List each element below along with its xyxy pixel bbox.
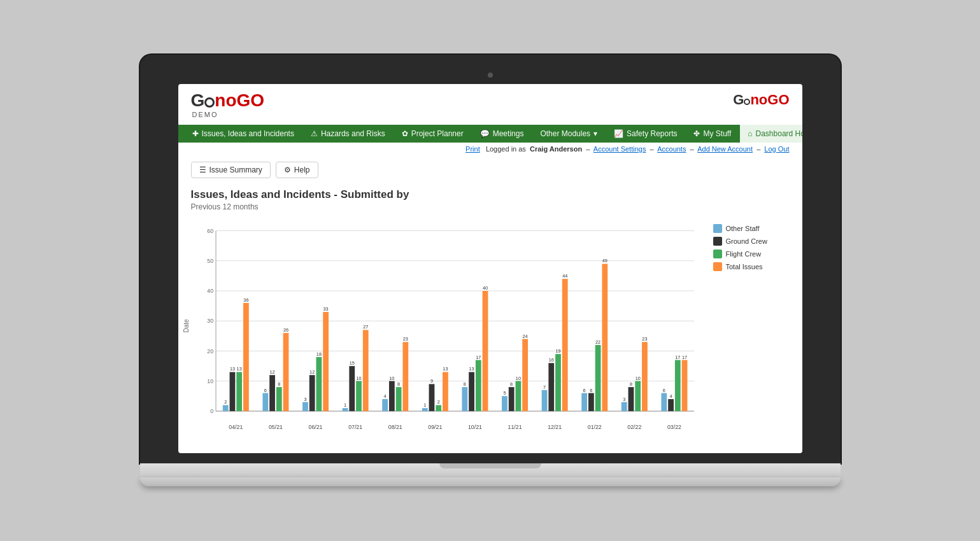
print-link[interactable]: Print: [465, 145, 480, 153]
laptop-base: [140, 463, 841, 477]
svg-text:2: 2: [224, 399, 227, 405]
svg-text:5: 5: [503, 390, 506, 396]
svg-rect-106: [668, 399, 674, 411]
svg-rect-40: [342, 408, 348, 411]
svg-rect-46: [362, 330, 368, 411]
svg-text:1: 1: [343, 402, 346, 408]
svg-rect-82: [548, 363, 554, 411]
svg-rect-110: [681, 360, 687, 411]
nav-safety[interactable]: 📈 Safety Reports: [606, 125, 685, 143]
svg-text:04/21: 04/21: [229, 424, 243, 430]
hazards-icon: ⚠: [311, 129, 318, 138]
svg-text:09/21: 09/21: [428, 424, 442, 430]
nav-mystuff[interactable]: ✤ My Stuff: [686, 125, 739, 143]
chart-subtitle: Previous 12 months: [191, 202, 790, 211]
svg-rect-36: [316, 357, 322, 411]
svg-text:8: 8: [397, 381, 400, 387]
svg-rect-54: [402, 342, 408, 411]
svg-text:22: 22: [595, 339, 600, 345]
svg-text:10/21: 10/21: [467, 424, 481, 430]
add-account-link[interactable]: Add New Account: [697, 145, 753, 153]
accounts-link[interactable]: Accounts: [657, 145, 686, 153]
svg-rect-60: [436, 405, 441, 411]
svg-text:03/22: 03/22: [667, 424, 681, 430]
svg-text:12: 12: [309, 369, 315, 375]
svg-text:8: 8: [278, 381, 280, 387]
svg-text:40: 40: [482, 285, 487, 291]
svg-rect-96: [621, 402, 627, 411]
legend-total-issues: Total Issues: [713, 262, 790, 271]
svg-text:4: 4: [669, 393, 672, 399]
svg-text:11/21: 11/21: [508, 424, 522, 430]
svg-text:1: 1: [423, 402, 426, 408]
svg-rect-56: [422, 408, 427, 411]
svg-rect-52: [395, 387, 401, 411]
svg-text:26: 26: [283, 327, 288, 333]
chart-legend: Other Staff Ground Crew Flight Crew: [713, 218, 790, 434]
nav-meetings[interactable]: 💬 Meetings: [472, 125, 532, 143]
nav-other-modules[interactable]: Other Modules ▾: [532, 125, 605, 143]
svg-rect-64: [462, 387, 467, 411]
content-area: ☰ Issue Summary ⚙ Help Issues, Ideas and…: [178, 155, 802, 440]
svg-text:9: 9: [430, 378, 432, 384]
svg-text:18: 18: [316, 351, 321, 357]
svg-text:13: 13: [469, 366, 474, 372]
svg-text:44: 44: [562, 273, 567, 279]
dashboard-icon: ⌂: [748, 129, 752, 138]
svg-rect-104: [661, 393, 667, 411]
logout-link[interactable]: Log Out: [764, 145, 789, 153]
svg-rect-58: [429, 384, 434, 411]
nav-issues[interactable]: ✚ Issues, Ideas and Incidents: [185, 125, 302, 143]
help-button[interactable]: ⚙ Help: [276, 162, 318, 178]
svg-text:24: 24: [522, 333, 527, 339]
svg-rect-88: [581, 393, 587, 411]
svg-rect-86: [562, 279, 567, 411]
svg-text:3: 3: [623, 397, 625, 402]
nav-dashboard[interactable]: ⌂ Dashboard Home: [740, 125, 802, 143]
svg-rect-70: [482, 291, 488, 411]
svg-text:13: 13: [229, 366, 234, 372]
issue-summary-button[interactable]: ☰ Issue Summary: [191, 162, 271, 178]
meetings-icon: 💬: [480, 129, 490, 138]
legend-ground-crew: Ground Crew: [713, 237, 790, 246]
svg-text:10: 10: [356, 375, 361, 381]
svg-rect-28: [276, 387, 281, 411]
svg-rect-80: [541, 390, 547, 411]
logged-in-text: Logged in as: [486, 145, 526, 153]
nav-mystuff-label: My Stuff: [703, 129, 731, 138]
svg-text:7: 7: [543, 384, 546, 390]
nav-planner[interactable]: ✿ Project Planner: [394, 125, 471, 143]
account-settings-link[interactable]: Account Settings: [593, 145, 646, 153]
svg-rect-34: [309, 375, 315, 411]
svg-text:17: 17: [476, 354, 481, 360]
svg-rect-72: [502, 396, 508, 411]
svg-text:4: 4: [383, 393, 386, 399]
logo-main: GnoGO: [191, 92, 265, 109]
svg-text:07/21: 07/21: [348, 424, 362, 430]
svg-rect-48: [382, 399, 388, 411]
svg-text:13: 13: [236, 366, 241, 372]
nav-hazards[interactable]: ⚠ Hazards and Risks: [303, 125, 393, 143]
nav-dashboard-label: Dashboard Home: [756, 129, 802, 138]
user-bar: Print Logged in as Craig Anderson – Acco…: [178, 143, 802, 155]
svg-rect-98: [628, 387, 634, 411]
svg-rect-90: [588, 393, 593, 411]
nav-bar: ✚ Issues, Ideas and Incidents ⚠ Hazards …: [178, 125, 802, 143]
chart-container: Date 0102030405060 213133661282631218331…: [191, 218, 790, 434]
svg-rect-16: [222, 405, 228, 411]
svg-rect-18: [229, 372, 235, 411]
y-axis-label: Date: [183, 319, 190, 332]
chart-svg: 0102030405060 21313366128263121833115102…: [191, 218, 700, 434]
legend-total-issues-color: [713, 262, 722, 271]
laptop-screen: GnoGO DEMO GnoGO ✚ Issues, Ideas and Inc…: [178, 84, 802, 453]
svg-rect-62: [443, 372, 448, 411]
legend-flight-crew-label: Flight Crew: [726, 250, 762, 258]
svg-text:23: 23: [402, 336, 408, 342]
nav-safety-label: Safety Reports: [627, 129, 677, 138]
logo-g: G: [191, 90, 205, 110]
nav-planner-label: Project Planner: [411, 129, 464, 138]
svg-rect-50: [388, 381, 394, 411]
svg-rect-30: [283, 333, 288, 411]
svg-rect-108: [674, 360, 680, 411]
svg-text:33: 33: [323, 306, 328, 312]
